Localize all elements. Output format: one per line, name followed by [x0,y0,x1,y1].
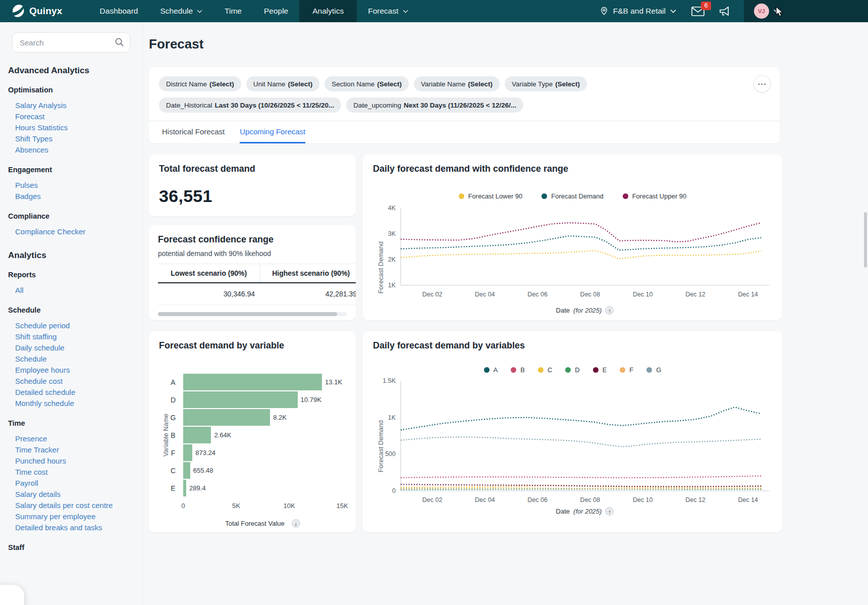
sidebar-item-schedule[interactable]: Schedule [15,354,130,365]
sidebar-item-monthly-schedule[interactable]: Monthly schedule [15,398,130,409]
sidebar-item-salary-details[interactable]: Salary details [15,489,130,500]
announcements-button[interactable] [719,6,731,17]
legend-item-d[interactable]: D [565,366,579,374]
svg-text:Dec 06: Dec 06 [527,291,548,298]
sidebar-item-employee-hours[interactable]: Employee hours [15,365,130,376]
bar-b[interactable] [183,427,211,443]
page-scrollbar-thumb[interactable] [864,212,867,268]
bar-f[interactable] [183,444,192,461]
nav-item-time[interactable]: Time [213,0,253,22]
confidence-line-chart[interactable]: 4K3K2K1KDec 02Dec 04Dec 06Dec 08Dec 10De… [373,203,772,302]
filter-chip-variable-type[interactable]: Variable Type(Select) [505,76,587,91]
sidebar-item-punched-hours[interactable]: Punched hours [15,456,130,467]
scrollbar-thumb[interactable] [158,312,337,316]
x-tick-5k: 5K [232,502,240,510]
filter-chip-date-historical[interactable]: Date_HistoricalLast 30 Days (10/26/2025 … [159,97,341,113]
bar-row-a: A13.1K [167,373,346,391]
chart-legend: ABCDEFG [373,366,772,374]
filter-chip-district-name[interactable]: District Name(Select) [159,76,241,91]
sidebar-item-time-cost[interactable]: Time cost [15,467,130,478]
range-col-header: Highest scenario (90%) [260,264,356,283]
nav-item-analytics[interactable]: Analytics [299,0,357,22]
bar-c[interactable] [183,462,190,479]
sidebar-item-salary-details-per-cost-centre[interactable]: Salary details per cost centre [15,500,130,511]
sidebar-item-shift-staffing[interactable]: Shift staffing [15,331,130,342]
bar-g[interactable] [183,409,270,426]
sidebar-item-detailed-breaks-and-tasks[interactable]: Detailed breaks and tasks [15,522,130,533]
sidebar: Advanced AnalyticsOptimisationSalary Ana… [0,22,143,605]
sort-ascending-icon[interactable]: ↑ [605,507,614,516]
messages-button[interactable]: 6 [691,7,704,16]
tab-historical-forecast[interactable]: Historical Forecast [162,121,225,143]
filter-chip-unit-name[interactable]: Unit Name(Select) [246,76,320,91]
x-axis-label-suffix: (for 2025) [573,508,602,515]
filter-chip-section-name[interactable]: Section Name(Select) [324,76,409,91]
legend-item-forecast-demand[interactable]: Forecast Demand [541,192,603,200]
sidebar-item-summary-per-employee[interactable]: Summary per employee [15,511,130,522]
filter-chip-variable-name[interactable]: Variable Name(Select) [414,76,500,91]
sidebar-item-hours-statistics[interactable]: Hours Statistics [15,122,130,133]
nav-item-label: Forecast [368,7,398,16]
nav-item-schedule[interactable]: Schedule [149,0,213,22]
search-input[interactable] [12,32,130,53]
user-menu[interactable]: VJ [744,0,868,22]
svg-text:Dec 12: Dec 12 [685,291,706,298]
help-widget-bubble[interactable] [0,585,24,605]
sidebar-item-compliance-checker[interactable]: Compliance Checker [15,226,130,237]
legend-item-f[interactable]: F [620,366,633,374]
legend-dot [565,367,571,373]
sidebar-item-all[interactable]: All [15,285,130,296]
filter-chip-date-upcoming[interactable]: Date_upcomingNext 30 Days (11/26/2025 < … [346,97,523,113]
tab-upcoming-forecast[interactable]: Upcoming Forecast [240,121,305,143]
sort-descending-icon[interactable]: ↓ [292,519,300,528]
sidebar-heading-analytics: Analytics [8,250,130,261]
x-axis-label: Date(for 2025)↑ [401,306,769,315]
nav-item-forecast[interactable]: Forecast [357,0,419,22]
sidebar-item-salary-analysis[interactable]: Salary Analysis [15,100,130,111]
sidebar-item-schedule-period[interactable]: Schedule period [15,320,130,331]
legend-item-b[interactable]: B [511,366,525,374]
quinyx-logo[interactable]: Quinyx [0,0,63,22]
search-icon [115,37,124,47]
legend-item-g[interactable]: G [646,366,661,374]
sort-ascending-icon[interactable]: ↑ [605,306,614,315]
legend-item-c[interactable]: C [538,366,552,374]
bar-rows: A13.1KD10.79KG8.2KB2.64KF873.24C655.48E2… [167,373,346,497]
sidebar-item-detailed-schedule[interactable]: Detailed schedule [15,387,130,398]
sidebar-item-badges[interactable]: Badges [15,191,130,202]
legend-dot [623,193,628,199]
bar-zone: 10.79K [183,391,321,408]
bar-a[interactable] [183,374,322,390]
bar-d[interactable] [183,391,298,408]
sidebar-item-daily-schedule[interactable]: Daily schedule [15,342,130,354]
sidebar-item-time-tracker[interactable]: Time Tracker [15,444,130,456]
legend-label: G [656,366,661,374]
sidebar-item-shift-types[interactable]: Shift Types [15,133,130,144]
legend-item-forecast-lower-90[interactable]: Forecast Lower 90 [459,192,523,200]
location-selector[interactable]: F&B and Retail [600,6,676,16]
legend-item-forecast-upper-90[interactable]: Forecast Upper 90 [623,192,687,200]
nav-item-people[interactable]: People [253,0,299,22]
nav-item-label: People [264,7,288,16]
sidebar-item-forecast[interactable]: Forecast [15,111,130,122]
bar-zone: 289.4 [183,480,206,496]
bar-e[interactable] [183,480,186,496]
legend-item-a[interactable]: A [484,366,498,374]
brand-name: Quinyx [29,6,63,17]
chip-label: Variable Name [421,80,465,88]
sidebar-item-schedule-cost[interactable]: Schedule cost [15,376,130,387]
legend-item-e[interactable]: E [593,366,607,374]
more-options-button[interactable]: ⋯ [753,75,771,92]
sidebar-item-presence[interactable]: Presence [15,433,130,444]
sidebar-item-payroll[interactable]: Payroll [15,478,130,489]
bar-row-b: B2.64K [167,426,346,444]
horizontal-scrollbar[interactable] [158,312,347,316]
bar-chart[interactable]: Variable Name A13.1KD10.79KG8.2KB2.64KF8… [167,373,346,528]
nav-item-label: Dashboard [100,7,138,16]
variables-line-chart[interactable]: 1.5K1K5000Dec 02Dec 04Dec 06Dec 08Dec 10… [373,377,772,503]
x-tick-15k: 15K [336,502,348,510]
chip-label: Unit Name [253,80,286,88]
nav-item-dashboard[interactable]: Dashboard [89,0,149,22]
sidebar-item-pulses[interactable]: Pulses [15,180,130,191]
sidebar-item-absences[interactable]: Absences [15,144,130,156]
